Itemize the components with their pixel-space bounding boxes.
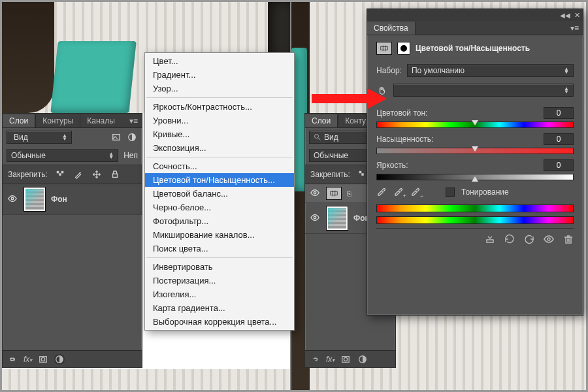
layer-row-background[interactable]: Фон bbox=[3, 184, 142, 215]
tab-properties[interactable]: Свойства bbox=[367, 22, 416, 35]
menu-vibrance[interactable]: Сочность... bbox=[145, 159, 294, 173]
menu-threshold[interactable]: Изогелия... bbox=[145, 287, 294, 301]
colorize-checkbox[interactable] bbox=[446, 188, 455, 197]
properties-panel: ◀◀ ✕ Свойства ▾≡ Цветовой тон/Насыщеннос… bbox=[367, 8, 583, 316]
menu-photo-filter[interactable]: Фотофильтр... bbox=[145, 214, 294, 228]
lock-label-right: Закрепить: bbox=[310, 170, 350, 179]
lock-row: Закрепить: bbox=[3, 165, 142, 184]
svg-rect-9 bbox=[112, 174, 117, 177]
saturation-value[interactable]: 0 bbox=[544, 133, 574, 145]
saturation-slider[interactable] bbox=[376, 148, 574, 154]
menu-pattern[interactable]: Узор... bbox=[145, 82, 294, 95]
menu-levels[interactable]: Уровни... bbox=[145, 114, 294, 127]
eyedropper-plus-icon[interactable]: + bbox=[393, 186, 404, 198]
layer-filter-select[interactable]: Вид ▲▼ bbox=[7, 131, 72, 144]
svg-point-10 bbox=[11, 197, 14, 200]
mask-type-icon[interactable] bbox=[397, 42, 410, 55]
menu-gradient[interactable]: Градиент... bbox=[145, 68, 294, 82]
view-previous-icon[interactable] bbox=[504, 234, 515, 246]
menu-color[interactable]: Цвет... bbox=[145, 54, 294, 68]
menu-curves[interactable]: Кривые... bbox=[145, 127, 294, 141]
menu-hue-saturation[interactable]: Цветовой тон/Насыщенность... bbox=[145, 173, 294, 187]
lightness-slider[interactable] bbox=[376, 174, 574, 180]
reset-icon[interactable] bbox=[524, 234, 534, 246]
menu-selective-color[interactable]: Выборочная коррекция цвета... bbox=[145, 315, 294, 329]
clip-to-layer-icon[interactable] bbox=[485, 234, 495, 246]
layer-thumbnail-right[interactable] bbox=[326, 206, 348, 231]
layers-panel: Слои Контуры Каналы ▾≡ Вид ▲▼ Обычные ▲▼… bbox=[2, 113, 142, 368]
visibility-toggle[interactable] bbox=[7, 194, 18, 205]
menu-gradient-map[interactable]: Карта градиента... bbox=[145, 301, 294, 315]
svg-rect-17 bbox=[361, 173, 364, 176]
svg-rect-28 bbox=[381, 46, 388, 50]
collapse-left-icon[interactable]: ◀◀ bbox=[560, 12, 570, 19]
properties-menu-icon[interactable]: ▾≡ bbox=[566, 24, 583, 33]
menu-invert[interactable]: Инвертировать bbox=[145, 260, 294, 274]
layer-filter-label: Вид bbox=[11, 133, 28, 142]
preset-value: По умолчанию bbox=[412, 66, 465, 75]
lock-all-icon[interactable] bbox=[109, 169, 121, 180]
delete-trash-icon[interactable] bbox=[563, 234, 574, 246]
layers-bottombar: fx▾ bbox=[3, 350, 142, 367]
range-strip-top[interactable] bbox=[376, 204, 574, 212]
svg-point-18 bbox=[314, 191, 316, 194]
svg-rect-31 bbox=[487, 240, 493, 242]
visibility-toggle-adj[interactable] bbox=[309, 188, 321, 199]
colorize-label: Тонирование bbox=[461, 188, 509, 197]
hue-slider[interactable] bbox=[376, 122, 574, 128]
svg-rect-6 bbox=[61, 171, 64, 174]
svg-rect-19 bbox=[331, 191, 338, 195]
channel-select[interactable]: ▲▼ bbox=[393, 84, 574, 97]
filter-image-icon[interactable] bbox=[110, 131, 122, 143]
eyedropper-icon[interactable] bbox=[376, 186, 387, 198]
lock-transparent-icon[interactable] bbox=[54, 169, 66, 180]
blend-mode-select[interactable]: Обычные ▲▼ bbox=[7, 149, 118, 162]
tab-layers-right[interactable]: Слои bbox=[305, 114, 338, 127]
tab-layers[interactable]: Слои bbox=[3, 114, 35, 127]
link-layers-icon-right[interactable] bbox=[309, 353, 321, 365]
filter-adjustment-icon[interactable] bbox=[126, 131, 138, 143]
lock-paint-icon[interactable] bbox=[73, 169, 84, 180]
panel-titlebar[interactable]: ◀◀ ✕ bbox=[367, 9, 583, 21]
menu-exposure[interactable]: Экспозиция... bbox=[145, 141, 294, 155]
menu-posterize[interactable]: Постеризация... bbox=[145, 274, 294, 287]
new-adjustment-icon-right[interactable] bbox=[357, 353, 368, 365]
fx-icon[interactable]: fx▾ bbox=[24, 355, 32, 364]
new-adjustment-icon[interactable] bbox=[54, 354, 65, 365]
properties-tabbar: Свойства ▾≡ bbox=[367, 21, 583, 35]
tab-channels[interactable]: Каналы bbox=[80, 114, 122, 127]
hue-value[interactable]: 0 bbox=[544, 107, 574, 119]
menu-channel-mixer[interactable]: Микширование каналов... bbox=[145, 228, 294, 242]
close-icon[interactable]: ✕ bbox=[574, 11, 580, 20]
svg-point-12 bbox=[42, 357, 45, 361]
menu-brightness-contrast[interactable]: Яркость/Контрастность... bbox=[145, 100, 294, 114]
visibility-eye-icon[interactable] bbox=[544, 234, 554, 246]
eyedropper-minus-icon[interactable]: − bbox=[410, 186, 421, 198]
visibility-toggle-bg-right[interactable] bbox=[309, 213, 321, 224]
svg-line-15 bbox=[318, 138, 321, 140]
hue-sat-type-icon bbox=[376, 42, 392, 55]
add-mask-icon[interactable] bbox=[37, 353, 49, 365]
menu-color-balance[interactable]: Цветовой баланс... bbox=[145, 187, 294, 201]
lightness-value[interactable]: 0 bbox=[544, 159, 574, 171]
menu-color-lookup[interactable]: Поиск цвета... bbox=[145, 242, 294, 255]
layer-filter-label-right: Вид bbox=[314, 133, 338, 142]
add-mask-icon-right[interactable] bbox=[340, 353, 351, 365]
properties-title: Цветовой тон/Насыщенность bbox=[416, 44, 530, 53]
fx-icon-right[interactable]: fx▾ bbox=[326, 355, 335, 364]
range-strip-bottom[interactable] bbox=[376, 216, 574, 224]
adjustment-context-menu: Цвет... Градиент... Узор... Яркость/Конт… bbox=[144, 52, 295, 331]
adjustment-thumbnail[interactable] bbox=[326, 187, 342, 200]
lock-move-icon[interactable] bbox=[91, 169, 103, 180]
link-icon: ⎘ bbox=[347, 189, 351, 197]
panel-menu-icon[interactable]: ▾≡ bbox=[125, 116, 142, 125]
layer-thumbnail[interactable] bbox=[24, 187, 46, 212]
preset-select[interactable]: По умолчанию ▲▼ bbox=[407, 64, 574, 77]
svg-marker-27 bbox=[367, 88, 387, 109]
svg-rect-4 bbox=[57, 171, 59, 174]
tab-paths[interactable]: Контуры bbox=[35, 114, 80, 127]
link-layers-icon[interactable] bbox=[7, 353, 18, 365]
layer-name[interactable]: Фон bbox=[51, 195, 67, 204]
menu-black-white[interactable]: Черно-белое... bbox=[145, 201, 294, 214]
preset-label: Набор: bbox=[376, 66, 402, 75]
